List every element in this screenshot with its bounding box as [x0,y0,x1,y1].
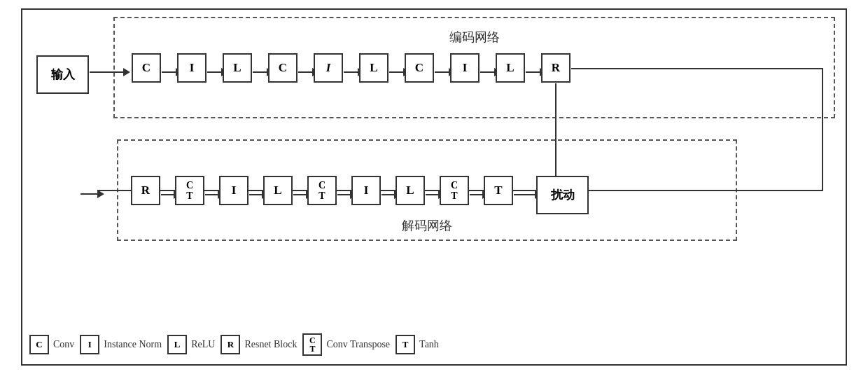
decoder-l1: L [263,176,293,205]
encoder-i2: I [314,53,343,83]
encoder-label: 编码网络 [115,29,834,46]
legend-c-text: Conv [53,339,74,350]
legend-conv-transpose: C T Conv Transpose [302,333,390,356]
output-node: 扰动 [536,176,589,214]
legend-t-label: T [402,339,409,350]
arrow-input-c1 [90,68,130,76]
encoder-c1: C [132,53,161,83]
legend-i-text: Instance Norm [104,339,162,350]
legend-r-label: R [227,339,234,350]
decoder-t: T [484,176,513,205]
legend-ct-text: Conv Transpose [326,339,390,350]
encoder-i1: I [177,53,206,83]
encoder-l2: L [359,53,388,83]
decoder-ct1: CT [175,176,204,205]
legend-c-label: C [36,339,42,350]
encoder-c2: C [268,53,298,83]
legend-tanh: T Tanh [396,335,439,354]
legend-l-text: ReLU [191,339,215,350]
diagram-container: 编码网络 解码网络 输入 C I L C I [21,8,847,366]
decoder-r: R [131,176,160,205]
encoder-i3: I [450,53,479,83]
output-label: 扰动 [551,187,575,203]
vert-right [822,68,823,191]
legend-t-text: Tanh [419,339,439,350]
arrow-enc-r-right [571,68,823,69]
encoder-c3: C [405,53,434,83]
legend-c-box: C [29,335,49,354]
legend-conv: C Conv [29,335,74,354]
decoder-ct3: CT [440,176,469,205]
legend-l-label: L [174,339,181,350]
legend-instance-norm: I Instance Norm [80,335,162,354]
decoder-i2: I [351,176,381,205]
input-node: 输入 [36,55,89,94]
legend-r-box: R [220,335,240,354]
legend-i-box: I [80,335,99,354]
legend-t-box: T [396,335,415,354]
legend-relu: L ReLU [167,335,215,354]
decoder-ct2: CT [307,176,337,205]
legend: C Conv I Instance Norm L ReLU R Resnet B… [29,333,839,356]
legend-i-label: I [88,339,92,350]
decoder-label: 解码网络 [118,217,736,234]
decoder-l2: L [396,176,425,205]
input-label: 输入 [51,67,75,83]
legend-l-box: L [167,335,187,354]
arrow-to-r2 [80,190,104,198]
legend-resnet: R Resnet Block [220,335,297,354]
encoder-r1: R [541,53,570,83]
legend-ct-box: C T [302,333,322,356]
legend-ct-bot: T [309,345,315,353]
encoder-l3: L [496,53,525,83]
decoder-i1: I [219,176,248,205]
encoder-l1: L [223,53,252,83]
legend-r-text: Resnet Block [244,339,297,350]
